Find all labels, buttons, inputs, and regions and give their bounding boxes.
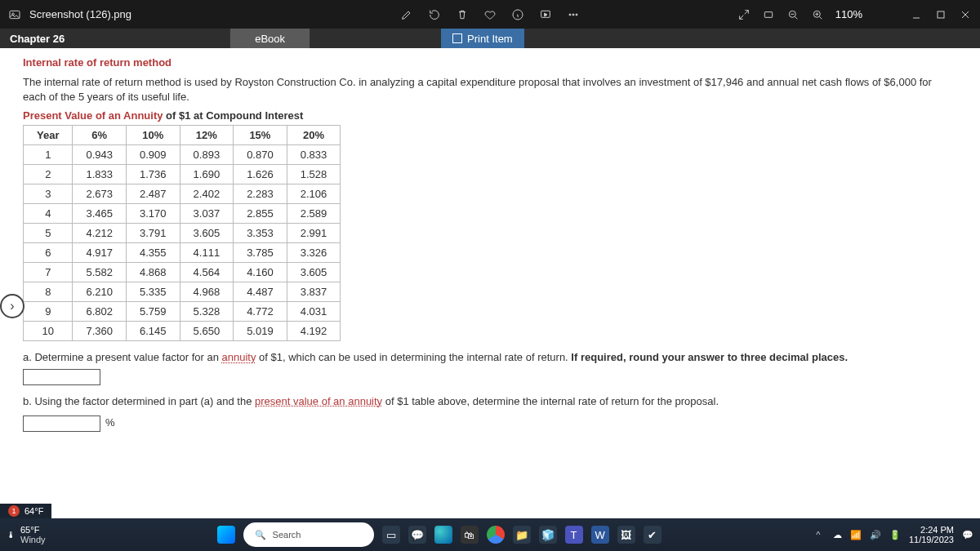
notifications-icon[interactable]: 💬 [962, 530, 973, 540]
prev-page-button[interactable]: › [0, 294, 24, 318]
col-header: 20% [287, 126, 341, 145]
table-row: 86.2105.3354.9684.4873.837 [24, 282, 341, 302]
task-view-icon[interactable]: ▭ [382, 526, 400, 544]
fit-icon[interactable] [762, 8, 775, 21]
slideshow-icon[interactable] [539, 8, 552, 21]
table-title: Present Value of an Annuity of $1 at Com… [23, 109, 957, 122]
svg-point-4 [569, 14, 571, 16]
question-b: b. Using the factor determined in part (… [23, 393, 957, 410]
search-icon: 🔍 [255, 530, 266, 540]
table-row: 96.8025.7595.3284.7724.031 [24, 302, 341, 322]
table-row: 32.6732.4872.4022.2832.106 [24, 184, 341, 204]
col-header: 10% [127, 126, 180, 145]
info-icon[interactable] [511, 8, 524, 21]
print-item-tab[interactable]: Print Item [441, 29, 524, 48]
section-title: Internal rate of return method [23, 56, 957, 69]
weather-cond: Windy [20, 535, 46, 544]
minimize-icon[interactable] [910, 8, 923, 21]
heart-icon[interactable] [483, 8, 497, 21]
viewer-toolbar: Screenshot (126).png 110% [0, 0, 980, 29]
taskbar: 🌡 65°F Windy 🔍 Search ▭ 💬 🛍 📁 🧊 T W 🖼 ✔ … [0, 518, 980, 551]
alert-badge: 1 [8, 505, 20, 517]
col-header: 15% [234, 126, 287, 145]
page-body: Internal rate of return method The inter… [0, 48, 980, 440]
chat-icon[interactable]: 💬 [408, 526, 426, 544]
answer-b-input[interactable] [23, 415, 100, 432]
table-row: 54.2123.7913.6053.3532.991 [24, 224, 341, 243]
weather-widget[interactable]: 🌡 65°F Windy [7, 525, 46, 544]
pv-annuity-link[interactable]: present value of an annuity [255, 395, 382, 407]
lesson-tab-bar: Chapter 26 eBook Print Item [0, 29, 980, 48]
clock[interactable]: 2:24 PM 11/19/2023 [909, 525, 954, 544]
zoom-in-icon[interactable] [811, 8, 824, 21]
table-row: 64.9174.3554.1113.7853.326 [24, 243, 341, 263]
close-icon[interactable] [959, 8, 972, 21]
question-a: a. Determine a present value factor for … [23, 349, 957, 366]
chapter-tab[interactable]: Chapter 26 [0, 29, 74, 48]
app-icon-1[interactable]: 🧊 [539, 526, 557, 544]
explorer-icon[interactable]: 📁 [513, 526, 531, 544]
annuity-link[interactable]: annuity [222, 351, 256, 363]
store-icon[interactable]: 🛍 [461, 526, 479, 544]
zoom-level: 110% [835, 8, 862, 20]
print-item-label: Print Item [467, 33, 513, 45]
teams-icon[interactable]: T [565, 526, 583, 544]
temp-icon: 🌡 [7, 530, 16, 540]
expand-icon[interactable] [737, 8, 751, 21]
search-placeholder: Search [273, 530, 301, 540]
system-tray: ^ ☁ 📶 🔊 🔋 2:24 PM 11/19/2023 💬 [812, 525, 973, 544]
intro-text: The internal rate of return method is us… [23, 75, 957, 104]
chrome-icon[interactable] [487, 526, 505, 544]
ebook-tab[interactable]: eBook [229, 29, 310, 48]
print-icon [452, 33, 462, 43]
svg-rect-10 [938, 11, 944, 18]
table-row: 10.9430.9090.8930.8700.833 [24, 145, 341, 165]
taskbar-search[interactable]: 🔍 Search [243, 522, 374, 547]
svg-point-6 [576, 14, 577, 16]
weather-temp: 65°F [20, 525, 46, 535]
volume-icon[interactable]: 🔊 [870, 530, 881, 540]
svg-point-5 [572, 14, 574, 16]
col-header: 12% [180, 126, 234, 145]
answer-a-input[interactable] [23, 369, 100, 385]
wifi-icon[interactable]: 📶 [850, 530, 862, 540]
more-icon[interactable] [567, 8, 580, 21]
col-header: 6% [73, 126, 127, 145]
weather-strip[interactable]: 1 64°F [0, 504, 51, 518]
annuity-table: Year6%10%12%15%20% 10.9430.9090.8930.870… [23, 125, 341, 341]
app-icon-2[interactable]: ✔ [644, 526, 662, 544]
svg-rect-7 [764, 11, 772, 17]
word-icon[interactable]: W [591, 526, 609, 544]
weather-temp-top: 64°F [24, 506, 43, 516]
rotate-icon[interactable] [428, 8, 441, 21]
percent-unit: % [105, 416, 115, 429]
chevron-up-icon[interactable]: ^ [812, 528, 825, 541]
trash-icon[interactable] [456, 8, 469, 21]
battery-icon[interactable]: 🔋 [889, 530, 901, 540]
content-area: Chapter 26 eBook Print Item Internal rat… [0, 29, 980, 518]
zoom-out-icon[interactable] [786, 8, 800, 21]
gallery-icon[interactable] [8, 8, 21, 21]
edge-icon[interactable] [434, 526, 452, 544]
table-row: 21.8331.7361.6901.6261.528 [24, 165, 341, 184]
cloud-icon[interactable]: ☁ [833, 530, 842, 540]
maximize-icon[interactable] [934, 8, 947, 21]
photos-icon[interactable]: 🖼 [617, 526, 635, 544]
edit-icon[interactable] [400, 8, 413, 21]
table-row: 107.3606.1455.6505.0194.192 [24, 322, 341, 341]
file-name: Screenshot (126).png [29, 8, 131, 20]
start-button[interactable] [217, 526, 235, 544]
table-row: 43.4653.1703.0372.8552.589 [24, 204, 341, 224]
col-header: Year [24, 126, 73, 145]
table-row: 75.5824.8684.5644.1603.605 [24, 263, 341, 282]
